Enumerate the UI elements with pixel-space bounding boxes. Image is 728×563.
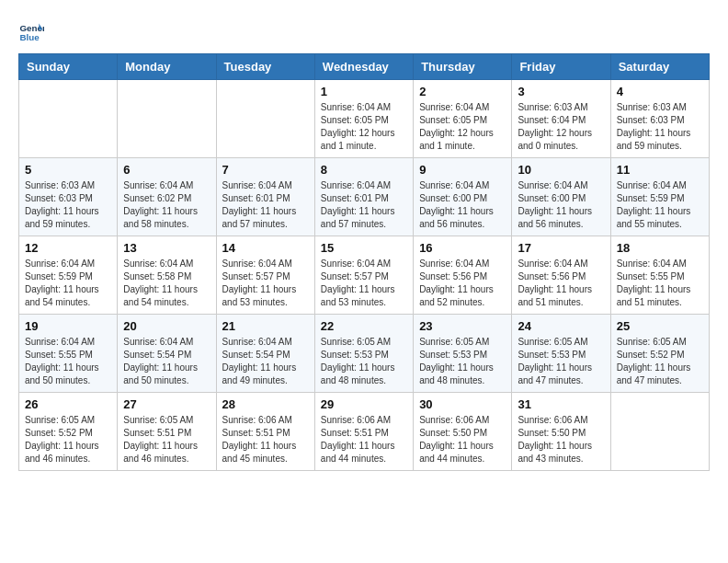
calendar-cell — [19, 80, 118, 158]
day-number: 9 — [419, 163, 506, 177]
day-number: 11 — [617, 163, 703, 177]
calendar-cell: 19Sunrise: 6:04 AM Sunset: 5:55 PM Dayli… — [19, 315, 118, 393]
calendar-cell: 17Sunrise: 6:04 AM Sunset: 5:56 PM Dayli… — [512, 236, 610, 315]
day-info: Sunrise: 6:05 AM Sunset: 5:53 PM Dayligh… — [321, 336, 407, 387]
calendar-cell: 14Sunrise: 6:04 AM Sunset: 5:57 PM Dayli… — [216, 236, 314, 315]
calendar-cell: 10Sunrise: 6:04 AM Sunset: 6:00 PM Dayli… — [512, 158, 610, 236]
day-info: Sunrise: 6:04 AM Sunset: 5:54 PM Dayligh… — [222, 336, 309, 387]
calendar-week-row: 26Sunrise: 6:05 AM Sunset: 5:52 PM Dayli… — [19, 393, 710, 471]
calendar-header-row: SundayMondayTuesdayWednesdayThursdayFrid… — [19, 54, 710, 80]
calendar-cell: 20Sunrise: 6:04 AM Sunset: 5:54 PM Dayli… — [118, 315, 216, 393]
day-number: 20 — [123, 319, 210, 333]
column-header-wednesday: Wednesday — [314, 54, 413, 80]
day-info: Sunrise: 6:04 AM Sunset: 6:00 PM Dayligh… — [419, 179, 506, 231]
day-info: Sunrise: 6:04 AM Sunset: 6:05 PM Dayligh… — [419, 101, 506, 153]
day-info: Sunrise: 6:05 AM Sunset: 5:53 PM Dayligh… — [518, 336, 604, 387]
day-info: Sunrise: 6:04 AM Sunset: 5:56 PM Dayligh… — [518, 258, 604, 309]
day-number: 10 — [518, 163, 604, 177]
calendar-cell: 28Sunrise: 6:06 AM Sunset: 5:51 PM Dayli… — [216, 393, 314, 471]
day-number: 28 — [222, 397, 309, 411]
calendar-week-row: 1Sunrise: 6:04 AM Sunset: 6:05 PM Daylig… — [19, 80, 710, 158]
day-number: 13 — [123, 241, 210, 255]
calendar-week-row: 19Sunrise: 6:04 AM Sunset: 5:55 PM Dayli… — [19, 315, 710, 393]
calendar-cell: 11Sunrise: 6:04 AM Sunset: 5:59 PM Dayli… — [610, 158, 709, 236]
calendar-table: SundayMondayTuesdayWednesdayThursdayFrid… — [18, 53, 710, 471]
day-info: Sunrise: 6:06 AM Sunset: 5:50 PM Dayligh… — [518, 414, 604, 465]
day-info: Sunrise: 6:03 AM Sunset: 6:03 PM Dayligh… — [617, 101, 703, 153]
calendar-week-row: 5Sunrise: 6:03 AM Sunset: 6:03 PM Daylig… — [19, 158, 710, 236]
logo-icon: General Blue — [18, 18, 44, 44]
day-number: 27 — [123, 397, 210, 411]
day-info: Sunrise: 6:04 AM Sunset: 6:05 PM Dayligh… — [321, 101, 407, 153]
day-number: 30 — [419, 397, 506, 411]
day-number: 19 — [25, 319, 111, 333]
calendar-week-row: 12Sunrise: 6:04 AM Sunset: 5:59 PM Dayli… — [19, 236, 710, 315]
day-info: Sunrise: 6:04 AM Sunset: 6:00 PM Dayligh… — [518, 179, 604, 231]
calendar-cell: 26Sunrise: 6:05 AM Sunset: 5:52 PM Dayli… — [19, 393, 118, 471]
day-info: Sunrise: 6:03 AM Sunset: 6:04 PM Dayligh… — [518, 101, 604, 153]
calendar-cell: 8Sunrise: 6:04 AM Sunset: 6:01 PM Daylig… — [314, 158, 413, 236]
day-number: 5 — [25, 163, 111, 177]
day-info: Sunrise: 6:06 AM Sunset: 5:51 PM Dayligh… — [222, 414, 309, 465]
day-info: Sunrise: 6:05 AM Sunset: 5:53 PM Dayligh… — [419, 336, 506, 387]
day-info: Sunrise: 6:04 AM Sunset: 6:01 PM Dayligh… — [222, 179, 309, 231]
calendar-cell: 6Sunrise: 6:04 AM Sunset: 6:02 PM Daylig… — [118, 158, 216, 236]
calendar-cell: 12Sunrise: 6:04 AM Sunset: 5:59 PM Dayli… — [19, 236, 118, 315]
day-number: 2 — [419, 85, 506, 98]
day-number: 6 — [123, 163, 210, 177]
day-number: 18 — [617, 241, 703, 255]
day-info: Sunrise: 6:04 AM Sunset: 5:55 PM Dayligh… — [617, 258, 703, 309]
day-number: 14 — [222, 241, 309, 255]
day-number: 12 — [25, 241, 111, 255]
day-number: 22 — [321, 319, 407, 333]
calendar-cell: 21Sunrise: 6:04 AM Sunset: 5:54 PM Dayli… — [216, 315, 314, 393]
logo: General Blue — [18, 18, 48, 44]
day-info: Sunrise: 6:06 AM Sunset: 5:50 PM Dayligh… — [419, 414, 506, 465]
day-number: 17 — [518, 241, 604, 255]
day-info: Sunrise: 6:04 AM Sunset: 5:55 PM Dayligh… — [25, 336, 111, 387]
day-number: 16 — [419, 241, 506, 255]
column-header-friday: Friday — [512, 54, 610, 80]
svg-text:Blue: Blue — [19, 32, 40, 42]
day-info: Sunrise: 6:05 AM Sunset: 5:52 PM Dayligh… — [617, 336, 703, 387]
day-number: 26 — [25, 397, 111, 411]
day-info: Sunrise: 6:03 AM Sunset: 6:03 PM Dayligh… — [25, 179, 111, 231]
calendar-cell: 1Sunrise: 6:04 AM Sunset: 6:05 PM Daylig… — [314, 80, 413, 158]
day-info: Sunrise: 6:04 AM Sunset: 5:56 PM Dayligh… — [419, 258, 506, 309]
day-number: 4 — [617, 85, 703, 98]
calendar-cell: 15Sunrise: 6:04 AM Sunset: 5:57 PM Dayli… — [314, 236, 413, 315]
day-info: Sunrise: 6:04 AM Sunset: 6:01 PM Dayligh… — [321, 179, 407, 231]
calendar-cell — [118, 80, 216, 158]
column-header-thursday: Thursday — [414, 54, 512, 80]
calendar-cell: 7Sunrise: 6:04 AM Sunset: 6:01 PM Daylig… — [216, 158, 314, 236]
calendar-cell: 29Sunrise: 6:06 AM Sunset: 5:51 PM Dayli… — [314, 393, 413, 471]
day-number: 29 — [321, 397, 407, 411]
day-number: 7 — [222, 163, 309, 177]
day-number: 21 — [222, 319, 309, 333]
calendar-cell: 24Sunrise: 6:05 AM Sunset: 5:53 PM Dayli… — [512, 315, 610, 393]
calendar-cell: 22Sunrise: 6:05 AM Sunset: 5:53 PM Dayli… — [314, 315, 413, 393]
calendar-cell: 2Sunrise: 6:04 AM Sunset: 6:05 PM Daylig… — [414, 80, 512, 158]
calendar-cell: 5Sunrise: 6:03 AM Sunset: 6:03 PM Daylig… — [19, 158, 118, 236]
day-info: Sunrise: 6:04 AM Sunset: 5:59 PM Dayligh… — [25, 258, 111, 309]
day-info: Sunrise: 6:04 AM Sunset: 5:57 PM Dayligh… — [222, 258, 309, 309]
column-header-monday: Monday — [118, 54, 216, 80]
page-header: General Blue — [18, 18, 710, 44]
calendar-cell: 9Sunrise: 6:04 AM Sunset: 6:00 PM Daylig… — [414, 158, 512, 236]
day-number: 31 — [518, 397, 604, 411]
calendar-cell — [216, 80, 314, 158]
calendar-cell: 3Sunrise: 6:03 AM Sunset: 6:04 PM Daylig… — [512, 80, 610, 158]
day-info: Sunrise: 6:04 AM Sunset: 5:54 PM Dayligh… — [123, 336, 210, 387]
day-number: 25 — [617, 319, 703, 333]
day-number: 24 — [518, 319, 604, 333]
day-info: Sunrise: 6:04 AM Sunset: 5:57 PM Dayligh… — [321, 258, 407, 309]
calendar-cell — [610, 393, 709, 471]
calendar-cell: 27Sunrise: 6:05 AM Sunset: 5:51 PM Dayli… — [118, 393, 216, 471]
calendar-cell: 25Sunrise: 6:05 AM Sunset: 5:52 PM Dayli… — [610, 315, 709, 393]
day-info: Sunrise: 6:04 AM Sunset: 5:59 PM Dayligh… — [617, 179, 703, 231]
day-info: Sunrise: 6:06 AM Sunset: 5:51 PM Dayligh… — [321, 414, 407, 465]
calendar-cell: 18Sunrise: 6:04 AM Sunset: 5:55 PM Dayli… — [610, 236, 709, 315]
day-info: Sunrise: 6:04 AM Sunset: 5:58 PM Dayligh… — [123, 258, 210, 309]
day-number: 23 — [419, 319, 506, 333]
day-info: Sunrise: 6:04 AM Sunset: 6:02 PM Dayligh… — [123, 179, 210, 231]
